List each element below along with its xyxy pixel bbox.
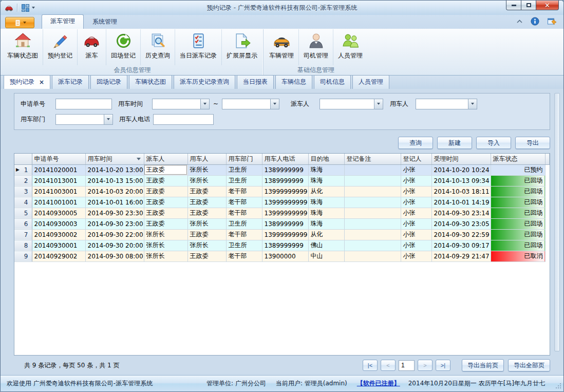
cell-use_time[interactable]: 2014-09-30 23:30 (85, 208, 144, 218)
cell-dept[interactable]: 卫生所 (226, 218, 262, 229)
cell-dest[interactable]: 珠海 (308, 197, 344, 208)
first-page-button[interactable]: |< (363, 360, 378, 371)
cell-dispatcher[interactable]: 王政委 (144, 175, 187, 186)
cell-dept[interactable]: 卫生所 (226, 240, 262, 251)
cell-registrar[interactable]: 小张 (401, 186, 431, 197)
cell-registrar[interactable]: 小张 (401, 164, 431, 175)
next-page-button[interactable]: > (418, 360, 433, 371)
cell-phone[interactable]: 13999999999 (262, 197, 308, 208)
cell-registrar[interactable]: 小张 (401, 251, 431, 262)
cell-use_time[interactable]: 2014-10-03 20:00 (85, 186, 144, 197)
cell-phone[interactable]: 13999999999 (262, 229, 308, 240)
row-number[interactable]: ▶1 (14, 164, 32, 175)
table-row[interactable]: 4201410010012014-10-01 16:00王政委王政委老干部139… (14, 197, 550, 208)
ribbon-button-0-0[interactable]: 车辆状态图 (3, 29, 43, 65)
resize-grip[interactable] (555, 383, 561, 389)
ribbon-button-0-1[interactable]: 预约登记 (43, 29, 77, 65)
cell-dept[interactable]: 卫生所 (226, 164, 262, 175)
cell-status[interactable]: 已回场 (491, 208, 545, 218)
ribbon-tab-1[interactable]: 系统管理 (84, 15, 126, 29)
cell-note[interactable] (344, 197, 401, 208)
cell-dest[interactable]: 珠海 (308, 218, 344, 229)
titlebar[interactable]: 预约记录 - 广州爱奇迪软件科技有限公司-派车管理系统 ✕ (1, 1, 563, 15)
application-menu-button[interactable] (5, 17, 34, 28)
column-header-5[interactable]: 用车人电话 (262, 154, 308, 164)
column-header-0[interactable]: 申请单号 (32, 154, 85, 164)
row-number[interactable]: 3 (14, 186, 32, 197)
table-row[interactable]: 6201409300032014-09-30 23:00王政委张所长卫生所138… (14, 218, 550, 229)
cell-use_time[interactable]: 2014-10-20 13:00 (85, 164, 144, 175)
row-number[interactable]: 2 (14, 175, 32, 186)
cell-request_no[interactable]: 20141003001 (32, 186, 85, 197)
cell-use_time[interactable]: 2014-10-13 15:00 (85, 175, 144, 186)
cell-dispatcher[interactable]: 王政委 (144, 208, 187, 218)
cell-note[interactable] (344, 251, 401, 262)
cell-request_no[interactable]: 20140930002 (32, 229, 85, 240)
cell-dispatcher[interactable]: 张所长 (144, 251, 187, 262)
ribbon-button-0-3[interactable]: 回场登记 (106, 29, 140, 65)
column-header-3[interactable]: 用车人 (187, 154, 226, 164)
cell-user[interactable]: 王政委 (187, 251, 226, 262)
sort-desc-icon[interactable] (137, 158, 141, 160)
ribbon-button-0-4[interactable]: 历史查询 (140, 29, 175, 65)
last-page-button[interactable]: >| (436, 360, 450, 371)
use-time-to-combo[interactable] (222, 99, 279, 109)
table-row[interactable]: 5201409300052014-09-30 23:30王政委王政委老干部139… (14, 208, 550, 218)
minimize-button[interactable] (506, 1, 521, 10)
row-number[interactable]: 9 (14, 251, 32, 262)
row-number[interactable]: 8 (14, 240, 32, 251)
cell-use_time[interactable]: 2014-09-30 20:00 (85, 240, 144, 251)
cell-status[interactable]: 已取消 (491, 251, 545, 262)
cell-user[interactable]: 张所长 (187, 175, 226, 186)
cell-registrar[interactable]: 小张 (401, 218, 431, 229)
cell-use_time[interactable]: 2014-09-30 08:00 (85, 251, 144, 262)
cell-accept_time[interactable]: 2014-09-30 23:14 (431, 208, 491, 218)
cell-status[interactable]: 已回场 (491, 240, 545, 251)
export-all-pages-button[interactable]: 导出全部页 (508, 359, 550, 371)
row-number[interactable]: 5 (14, 208, 32, 218)
ribbon-button-0-2[interactable]: 派车 (77, 29, 106, 65)
collapse-ribbon-icon[interactable] (516, 19, 523, 24)
dispatcher-combo[interactable] (319, 99, 383, 109)
cell-dept[interactable]: 老干部 (226, 186, 262, 197)
cell-request_no[interactable]: 20140930003 (32, 218, 85, 229)
cell-user[interactable]: 张所长 (187, 164, 226, 175)
cell-request_no[interactable]: 20140930001 (32, 240, 85, 251)
cell-registrar[interactable]: 小张 (401, 175, 431, 186)
chevron-down-icon[interactable] (374, 99, 383, 109)
cell-user[interactable]: 王政委 (187, 229, 226, 240)
table-row[interactable]: 8201409300012014-09-30 20:00张所长张所长卫生所138… (14, 240, 550, 251)
cell-dept[interactable]: 老干部 (226, 197, 262, 208)
chevron-down-icon[interactable] (104, 115, 112, 124)
query-button[interactable]: 查询 (398, 137, 433, 149)
maximize-button[interactable] (521, 1, 536, 10)
cell-accept_time[interactable]: 2014-10-20 10:24 (431, 164, 491, 175)
cell-phone[interactable]: 13999999999 (262, 186, 308, 197)
cell-user[interactable]: 张所长 (187, 240, 226, 251)
cell-dispatcher[interactable]: 王政委 (144, 218, 187, 229)
cell-note[interactable] (344, 186, 401, 197)
cell-note[interactable] (344, 175, 401, 186)
cell-accept_time[interactable]: 2014-09-29 21:47 (431, 251, 491, 262)
cell-dest[interactable]: 珠海 (308, 208, 344, 218)
cell-phone[interactable]: 13900000 (262, 251, 308, 262)
cell-status[interactable]: 已回场 (491, 175, 545, 186)
ribbon-button-1-0[interactable]: 车辆管理 (265, 29, 298, 65)
cell-dest[interactable]: 珠海 (308, 164, 344, 175)
cell-dispatcher[interactable]: 王政委 (144, 164, 187, 175)
cell-user[interactable]: 王政委 (187, 208, 226, 218)
doc-tab-5[interactable]: 当日报表 (237, 75, 274, 89)
cell-phone[interactable]: 1389999999 (262, 240, 308, 251)
cell-request_no[interactable]: 20141001001 (32, 197, 85, 208)
cell-phone[interactable]: 1389999999 (262, 175, 308, 186)
doc-tab-4[interactable]: 派车历史记录查询 (174, 75, 235, 89)
cell-phone[interactable]: 1389999999 (262, 164, 308, 175)
close-tab-icon[interactable]: × (39, 79, 44, 85)
row-number[interactable]: 7 (14, 229, 32, 240)
doc-tab-2[interactable]: 回场记录 (90, 75, 127, 89)
column-header-6[interactable]: 目的地 (308, 154, 344, 164)
ribbon-tab-0[interactable]: 派车管理 (42, 14, 84, 29)
column-header-8[interactable]: 登记人 (401, 154, 431, 164)
cell-note[interactable] (344, 218, 401, 229)
chevron-down-icon[interactable] (270, 99, 279, 109)
